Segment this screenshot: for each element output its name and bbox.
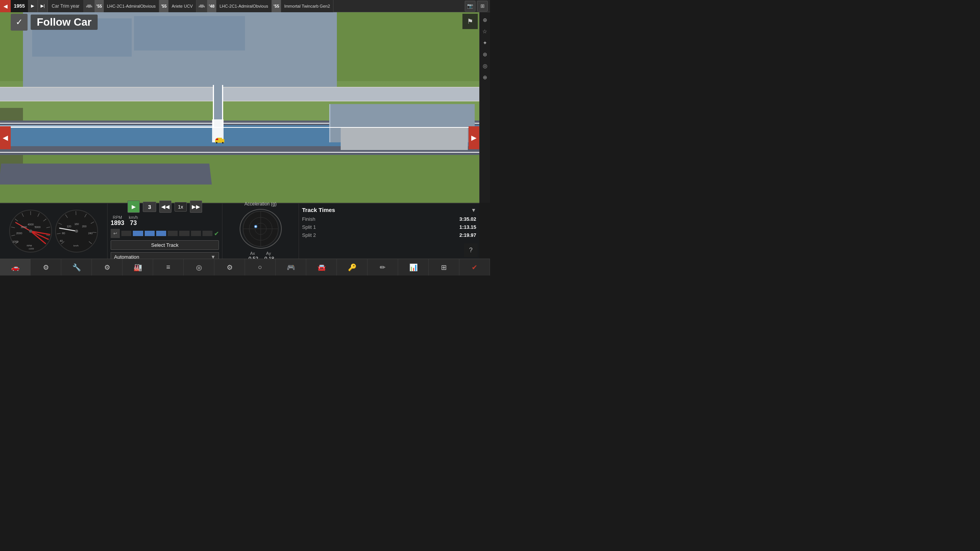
acceleration-section: Acceleration (g) Ax -0.52 Ay -0.18 xyxy=(222,204,299,259)
toolbar-car2[interactable]: 🚘 xyxy=(306,259,337,276)
toolbar-car[interactable]: 🚗 xyxy=(0,259,31,276)
split2-value: 2:19.97 xyxy=(459,232,476,238)
toolbar-parts[interactable]: ⚙ xyxy=(92,259,122,276)
rpm-metric: RPM 1893 xyxy=(111,215,124,227)
split2-time-row: Split 2 2:19.97 xyxy=(302,232,476,238)
svg-text:1000: 1000 xyxy=(12,240,18,243)
play-button[interactable]: ▶ xyxy=(127,201,140,213)
split1-time-row: Split 1 1:13.15 xyxy=(302,224,476,230)
svg-rect-1 xyxy=(87,5,91,6)
gear-reset-btn[interactable]: ↩ xyxy=(111,229,120,238)
camera-icon[interactable]: 📷 xyxy=(465,1,475,11)
car-entry-1[interactable]: '55 LHC-2C1-AdmiralObvious xyxy=(84,0,159,12)
svg-point-6 xyxy=(199,7,200,8)
car-entry-3[interactable]: '48 LHC-2C1-AdmiralObvious xyxy=(196,0,272,12)
toolbar-wheel[interactable]: ○ xyxy=(245,259,276,276)
corner-top-right-icon[interactable]: ⚑ xyxy=(462,14,478,29)
car-entry-4[interactable]: '55 Immortal Twincarb Gen2 xyxy=(272,0,333,12)
toolbar-settings[interactable]: ⚙ xyxy=(31,259,61,276)
forward-button[interactable]: ▶▶ xyxy=(190,201,202,213)
playback-controls: ▶ 3 ◀◀ 1x ▶▶ xyxy=(111,201,219,213)
gear-seg-3 xyxy=(145,231,155,236)
svg-rect-10 xyxy=(216,139,218,140)
svg-point-59 xyxy=(255,226,256,227)
rewind-button[interactable]: ◀◀ xyxy=(159,201,172,213)
right-road xyxy=(341,127,468,150)
gear-seg-5 xyxy=(168,231,178,236)
speed-display: 1x xyxy=(175,202,187,212)
ax-label: Ax xyxy=(250,251,255,256)
track-line-bottom xyxy=(0,152,479,153)
car-on-track xyxy=(214,137,225,144)
toolbar-factory[interactable]: 🏭 xyxy=(122,259,153,276)
skip-button[interactable]: ▶| xyxy=(38,0,48,12)
sidebar-icon-6[interactable]: ⊕ xyxy=(480,73,490,82)
play-button[interactable]: ▶ xyxy=(28,0,38,12)
help-icon[interactable]: ? xyxy=(464,243,478,257)
toolbar-edit[interactable]: ✏ xyxy=(368,259,398,276)
svg-text:200: 200 xyxy=(82,225,87,228)
svg-point-26 xyxy=(29,230,32,233)
svg-text:120: 120 xyxy=(67,225,71,228)
svg-text:240: 240 xyxy=(88,232,93,235)
kmh-label: km/h xyxy=(129,215,138,220)
car-name-3: LHC-2C1-AdmiralObvious xyxy=(216,0,271,12)
toolbar-chart[interactable]: 📊 xyxy=(398,259,429,276)
car-year-4: '55 xyxy=(272,0,281,12)
pit-line-h xyxy=(0,126,214,127)
svg-point-7 xyxy=(203,7,204,8)
year-display: 1955 xyxy=(11,0,28,12)
split1-label: Split 1 xyxy=(302,224,316,230)
right-nav-arrow[interactable]: ▶ xyxy=(469,126,479,149)
rpm-label: RPM xyxy=(113,215,122,220)
toolbar-tune[interactable]: 🔧 xyxy=(61,259,92,276)
metrics-row: RPM 1893 km/h 73 xyxy=(111,215,219,227)
toolbar-grid[interactable]: ⊞ xyxy=(429,259,459,276)
sidebar-icon-5[interactable]: ◎ xyxy=(480,61,490,70)
gear-check-icon: ✔ xyxy=(214,230,219,237)
toolbar-drive[interactable]: 🔑 xyxy=(337,259,368,276)
track-times-section: Track Times ▼ Finish 3:35.02 Split 1 1:1… xyxy=(299,204,479,259)
right-sidebar: ⊕ ☆ ✦ ⊛ ◎ ⊕ xyxy=(479,12,490,203)
svg-point-2 xyxy=(87,7,88,8)
lower-road xyxy=(0,163,212,184)
rpm-gauge: 1000 2000 3000 4000 5000 RPM x1000 xyxy=(8,208,54,254)
pit-road xyxy=(0,87,479,101)
nav-left-arrow[interactable]: ◀ xyxy=(0,0,11,12)
car-icon-3 xyxy=(196,0,207,12)
sidebar-icon-3[interactable]: ✦ xyxy=(480,38,490,47)
track-view xyxy=(0,12,479,203)
kmh-metric: km/h 73 xyxy=(129,215,138,227)
car-year-2: '55 xyxy=(159,0,169,12)
track-times-title: Track Times xyxy=(302,207,335,213)
car-trim-label: Car Trim year xyxy=(48,0,84,12)
toolbar-stats[interactable]: ≡ xyxy=(153,259,184,276)
car-entry-2[interactable]: '55 Ariete UCV xyxy=(159,0,196,12)
follow-car-check: ✓ xyxy=(11,14,28,31)
sidebar-icon-4[interactable]: ⊛ xyxy=(480,50,490,59)
accel-circle xyxy=(240,209,282,249)
grid-icon[interactable]: ⊞ xyxy=(477,1,488,11)
svg-text:km/h: km/h xyxy=(74,245,78,247)
toolbar-gear[interactable]: ⚙ xyxy=(214,259,245,276)
sidebar-icon-2[interactable]: ☆ xyxy=(480,27,490,36)
finish-time-row: Finish 3:35.02 xyxy=(302,216,476,222)
rpm-value: 1893 xyxy=(111,220,124,227)
toolbar-steering[interactable]: 🎮 xyxy=(276,259,306,276)
svg-point-45 xyxy=(75,230,78,233)
bottom-toolbar: 🚗 ⚙ 🔧 ⚙ 🏭 ≡ ◎ ⚙ ○ 🎮 🚘 🔑 ✏ 📊 ⊞ ✔ xyxy=(0,259,490,276)
gear-display: 3 xyxy=(143,202,156,212)
follow-car-label: Follow Car xyxy=(31,15,98,30)
gear-seg-4 xyxy=(156,231,166,236)
left-nav-arrow[interactable]: ◀ xyxy=(0,126,11,149)
track-times-dropdown[interactable]: ▼ xyxy=(471,207,476,213)
follow-car-overlay[interactable]: ✓ Follow Car xyxy=(11,14,98,31)
toolbar-confirm[interactable]: ✔ xyxy=(459,259,490,276)
svg-line-42 xyxy=(93,232,96,233)
svg-text:2000: 2000 xyxy=(16,232,22,235)
sidebar-icon-1[interactable]: ⊕ xyxy=(480,15,490,24)
toolbar-circle[interactable]: ◎ xyxy=(184,259,214,276)
svg-text:RPM: RPM xyxy=(27,245,32,247)
select-track-btn[interactable]: Select Track xyxy=(111,240,219,250)
ay-label: Ay xyxy=(266,251,271,256)
